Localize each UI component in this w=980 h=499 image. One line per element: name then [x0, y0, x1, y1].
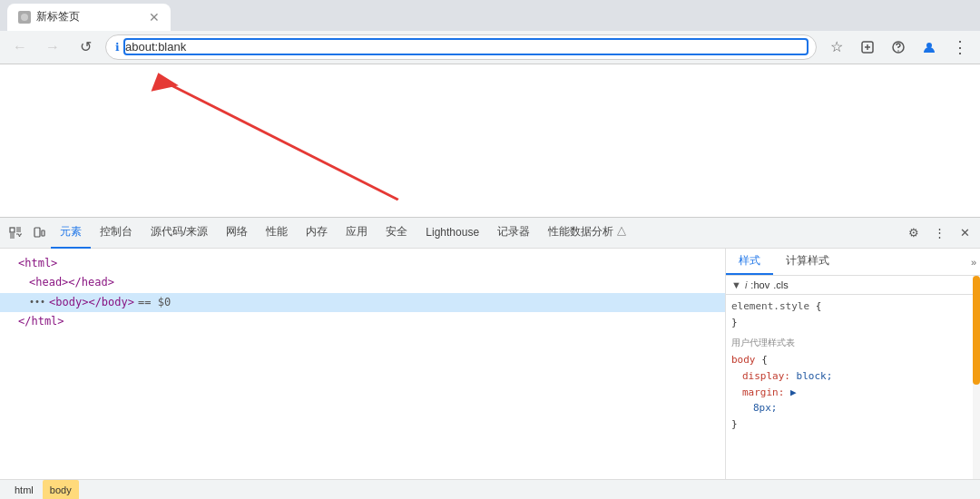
- address-lock-icon: ℹ: [115, 41, 120, 54]
- red-arrow: [0, 64, 980, 217]
- cls-label[interactable]: .cls: [773, 279, 789, 290]
- elem-html-close[interactable]: </html>: [0, 312, 725, 331]
- tab-elements[interactable]: 元素: [51, 218, 91, 249]
- selected-dot: •••: [29, 295, 45, 309]
- devtools-more-icon[interactable]: ⋮: [927, 221, 951, 245]
- devtools-body: <html> <head></head> ••• <body></body> =…: [0, 249, 980, 479]
- tab-security[interactable]: 安全: [377, 218, 416, 249]
- tab-close-icon[interactable]: ✕: [149, 10, 160, 24]
- status-body[interactable]: body: [43, 480, 79, 500]
- svg-marker-6: [152, 73, 179, 92]
- tab-performance[interactable]: 性能: [257, 218, 297, 249]
- page-content: [0, 64, 980, 217]
- tab-network[interactable]: 网络: [217, 218, 257, 249]
- bookmark-button[interactable]: ☆: [824, 34, 849, 60]
- styles-panel-arrows[interactable]: »: [967, 249, 980, 275]
- styles-tab-computed[interactable]: 计算样式: [773, 249, 842, 275]
- elem-html[interactable]: <html>: [0, 254, 725, 273]
- styles-filter-bar: ▼ i :hov .cls: [726, 276, 980, 295]
- address-input-wrap[interactable]: ℹ: [105, 34, 817, 60]
- ext1-button[interactable]: [855, 34, 880, 60]
- tab-favicon: [18, 11, 31, 24]
- elem-head[interactable]: <head></head>: [0, 273, 725, 292]
- toolbar-icons: ☆ ⋮: [824, 34, 973, 60]
- status-html[interactable]: html: [7, 480, 41, 500]
- devtools-panel: 元素 控制台 源代码/来源 网络 性能 内存 应用 安全: [0, 217, 980, 479]
- address-bar-row: ← → ↺ ℹ ☆ ⋮: [0, 31, 980, 65]
- tab-perf-data[interactable]: 性能数据分析 △: [539, 218, 636, 249]
- elem-body[interactable]: ••• <body></body> == $0: [0, 293, 725, 312]
- refresh-button[interactable]: ↺: [73, 34, 98, 60]
- svg-point-3: [897, 50, 899, 52]
- tab-memory[interactable]: 内存: [297, 218, 337, 249]
- ext2-button[interactable]: [886, 34, 911, 60]
- devtools-close-icon[interactable]: ✕: [953, 221, 976, 245]
- svg-point-0: [21, 14, 28, 21]
- menu-button[interactable]: ⋮: [947, 34, 973, 60]
- styles-search-input[interactable]: [792, 279, 975, 290]
- address-input[interactable]: [125, 40, 807, 54]
- styles-content: element.style { } 用户代理样式表 body { display…: [726, 295, 980, 441]
- filter-i-label: i: [745, 279, 747, 290]
- styles-tab-styles[interactable]: 样式: [726, 249, 773, 275]
- devtools-tabs-bar: 元素 控制台 源代码/来源 网络 性能 内存 应用 安全: [0, 218, 980, 249]
- user-agent-comment: 用户代理样式表: [731, 336, 969, 350]
- devtools-device-icon[interactable]: [27, 221, 51, 245]
- svg-rect-7: [10, 228, 15, 232]
- element-style-rule: element.style { }: [731, 298, 969, 330]
- back-button[interactable]: ←: [7, 34, 33, 60]
- status-bar: html body: [0, 479, 980, 499]
- tab-console[interactable]: 控制台: [91, 218, 142, 249]
- styles-scrollbar-thumb: [973, 276, 980, 385]
- profile-button[interactable]: [916, 34, 942, 60]
- forward-button[interactable]: →: [40, 34, 65, 60]
- hov-label[interactable]: :hov: [750, 279, 769, 290]
- tab-lighthouse[interactable]: Lighthouse: [416, 218, 488, 249]
- styles-scrollbar[interactable]: [973, 276, 980, 479]
- devtools-inspect-icon[interactable]: [4, 221, 27, 245]
- elements-panel: <html> <head></head> ••• <body></body> =…: [0, 249, 726, 479]
- tab-recorder[interactable]: 记录器: [488, 218, 539, 249]
- styles-panel-wrapper: 样式 计算样式 » ▼ i :hov .cls: [726, 249, 980, 479]
- filter-icon: ▼: [731, 279, 741, 290]
- styles-panel: 样式 计算样式 » ▼ i :hov .cls: [726, 249, 980, 441]
- styles-panel-tabs: 样式 计算样式 »: [726, 249, 980, 276]
- svg-rect-8: [34, 228, 40, 237]
- tab-bar: 新标签页 ✕: [0, 0, 980, 31]
- tab-title: 新标签页: [36, 9, 142, 24]
- body-rule: body { display: block; margin: ▶ 8px; }: [731, 352, 969, 432]
- devtools-right-icons: ⚙ ⋮ ✕: [902, 221, 976, 245]
- browser-window: 新标签页 ✕ ← → ↺ ℹ ☆ ⋮: [0, 0, 980, 499]
- svg-line-5: [163, 82, 398, 200]
- tab-application[interactable]: 应用: [337, 218, 377, 249]
- svg-rect-9: [42, 230, 44, 236]
- tab-sources[interactable]: 源代码/来源: [142, 218, 217, 249]
- tab-item[interactable]: 新标签页 ✕: [7, 4, 171, 31]
- devtools-settings-icon[interactable]: ⚙: [902, 221, 926, 245]
